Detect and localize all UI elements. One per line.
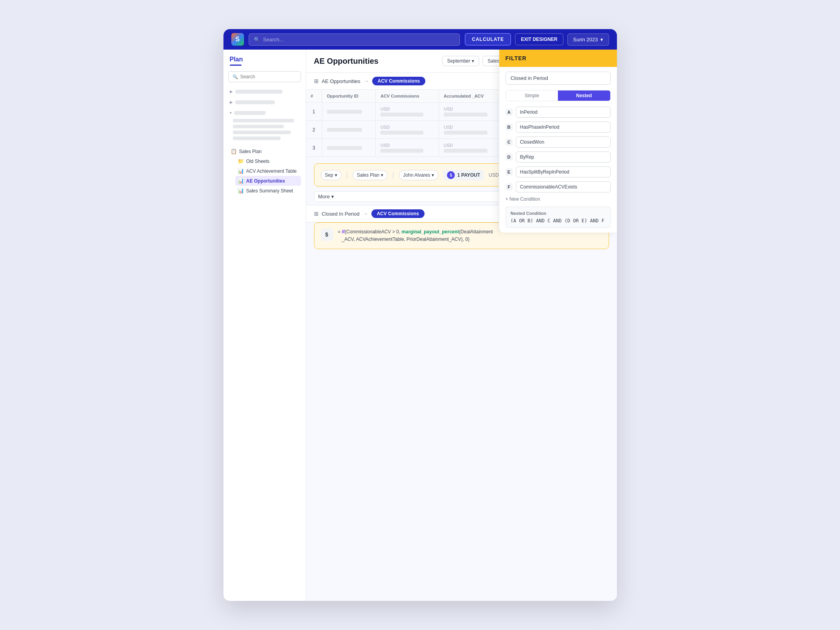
calc-sep-pill[interactable]: Sep ▾: [321, 170, 342, 180]
skeleton-bar-2: [235, 100, 275, 104]
tree-item-ae-opp[interactable]: 📊 AE Opportunities: [235, 176, 301, 186]
cell-acc-1: USD: [439, 103, 504, 121]
payout-badge: 5 1 PAYOUT: [443, 170, 484, 181]
sidebar-skeleton-item-1[interactable]: ▶: [228, 88, 301, 95]
chevron-down-icon: ▾: [600, 37, 603, 42]
search-bar[interactable]: 🔍: [249, 33, 460, 46]
cell-acv-2: USD: [376, 121, 439, 139]
filter-september[interactable]: September ▾: [442, 56, 480, 66]
col-acc-acv: Accumulated _ACV: [439, 90, 504, 103]
condition-row-c: C ClosedWon: [506, 137, 611, 148]
condition-label-e: E: [506, 168, 513, 176]
arrow-icon: →: [364, 78, 369, 84]
table-icon-summary: 📊: [238, 188, 244, 194]
formula-icon: $: [321, 228, 333, 241]
tree-item-old-sheets[interactable]: 📁 Old Sheets: [235, 156, 301, 166]
filter-september-label: September: [447, 58, 471, 64]
sidebar-skeleton-item-2[interactable]: ▶: [228, 98, 301, 106]
tree-item-sales-summary[interactable]: 📊 Sales Summary Sheet: [235, 186, 301, 196]
skeleton-bar-3: [234, 111, 266, 115]
condition-input-f[interactable]: CommissionableACVExists: [516, 181, 611, 192]
tab-acv-comm[interactable]: ACV Commissions: [372, 77, 425, 85]
sidebar: Plan 🔍 ▶ ▶ ▾: [223, 50, 306, 601]
col-num: #: [306, 90, 322, 103]
condition-row-d: D ByRep: [506, 151, 611, 163]
cell-acv-3: USD: [376, 139, 439, 157]
condition-label-f: F: [506, 183, 513, 190]
nested-condition-box: Nested Condition (A OR B) AND C AND (D O…: [506, 207, 611, 228]
chevron-down-icon-3: ▾: [230, 111, 232, 115]
cell-acv-1: USD: [376, 103, 439, 121]
page-title: AE Opportunities: [314, 57, 438, 66]
formula-text: = if(CommissionableACV > 0, marginal_pay…: [338, 228, 493, 243]
sidebar-skeleton-rows: [228, 119, 301, 140]
filter-panel-body: Simple Nested A InPeriod B HasPhaseInPer…: [499, 67, 617, 233]
chevron-right-icon-2: ▶: [230, 100, 233, 104]
cell-acc-3: USD: [439, 139, 504, 157]
tree-label-old-sheets: Old Sheets: [246, 159, 270, 164]
sidebar-skeleton-group-3: ▾: [228, 109, 301, 140]
condition-input-a[interactable]: InPeriod: [516, 107, 611, 118]
condition-label-b: B: [506, 124, 513, 131]
calculate-button[interactable]: CALCULATE: [465, 33, 511, 46]
filter-tab-simple[interactable]: Simple: [506, 91, 558, 101]
sidebar-search-input[interactable]: [240, 74, 297, 79]
tree-label-sales-plan: Sales Plan: [239, 149, 262, 154]
main-layout: Plan 🔍 ▶ ▶ ▾: [223, 50, 617, 601]
period-label: Surin 2023: [573, 37, 598, 42]
condition-input-d[interactable]: ByRep: [516, 151, 611, 163]
search-input[interactable]: [263, 37, 455, 42]
tree-label-sales-summary: Sales Summary Sheet: [246, 188, 293, 194]
sidebar-title-underline: [230, 65, 242, 66]
formula-kw: if: [342, 229, 345, 235]
calc-plan-pill[interactable]: Sales Plan ▾: [353, 170, 388, 180]
sidebar-title: Plan: [228, 56, 301, 63]
filter-panel: FILTER Simple Nested A InPeriod B HasPha…: [499, 50, 617, 233]
tab-closed-acv[interactable]: ACV Commissions: [371, 209, 425, 218]
tab-closed-period[interactable]: Closed In Period: [322, 211, 360, 217]
filter-tab-nested[interactable]: Nested: [558, 91, 610, 101]
app-logo: S: [231, 33, 244, 46]
folder-icon: 📋: [231, 148, 237, 154]
sidebar-skeleton-group-2: ▶: [228, 98, 301, 106]
sidebar-search-box[interactable]: 🔍: [228, 71, 301, 82]
table-icon-ae: 📊: [238, 178, 244, 184]
nav-actions: CALCULATE EXIT DESIGNER Surin 2023 ▾: [465, 33, 609, 46]
arrow-icon-closed: →: [363, 211, 368, 217]
folder-icon-old: 📁: [238, 158, 244, 164]
exit-designer-button[interactable]: EXIT DESIGNER: [515, 33, 563, 45]
top-nav: S 🔍 CALCULATE EXIT DESIGNER Surin 2023 ▾: [223, 29, 617, 50]
nested-condition-label: Nested Condition: [511, 211, 606, 216]
filter-panel-title: FILTER: [499, 50, 617, 67]
tree-item-sales-plan[interactable]: 📋 Sales Plan: [228, 146, 301, 156]
calc-rep-pill[interactable]: John Alvares ▾: [399, 170, 439, 180]
condition-label-a: A: [506, 109, 513, 116]
condition-input-b[interactable]: HasPhaseInPeriod: [516, 122, 611, 133]
condition-input-c[interactable]: ClosedWon: [516, 137, 611, 148]
tree-label-acv-table: ACV Achievement Table: [246, 168, 297, 174]
col-acv-comm: ACV Commissions: [376, 90, 439, 103]
chevron-down-icon-plan2: ▾: [381, 172, 383, 178]
tree-sub-sales-plan: 📁 Old Sheets 📊 ACV Achievement Table 📊 A…: [235, 156, 301, 196]
chevron-down-icon-calc: ▾: [335, 172, 337, 178]
calc-plan-label: Sales Plan: [357, 172, 379, 178]
condition-row-e: E HasSplitByRepInPeriod: [506, 166, 611, 177]
tab-ae-opp[interactable]: AE Opportunities: [322, 78, 360, 84]
tree-item-acv-table[interactable]: 📊 ACV Achievement Table: [235, 166, 301, 176]
chevron-down-icon-more: ▾: [331, 194, 334, 200]
skeleton-row-1: [233, 119, 294, 122]
sidebar-tree: 📋 Sales Plan 📁 Old Sheets 📊 ACV Achievem…: [228, 146, 301, 196]
more-label: More: [318, 194, 330, 200]
sidebar-skeleton-item-3[interactable]: ▾: [228, 109, 301, 116]
chevron-right-icon: ▶: [230, 89, 233, 94]
condition-input-e[interactable]: HasSplitByRepInPeriod: [516, 166, 611, 177]
table-icon: ⊞: [314, 78, 319, 84]
cell-acc-2: USD: [439, 121, 504, 139]
period-selector[interactable]: Surin 2023 ▾: [567, 33, 609, 46]
filter-name-input[interactable]: [506, 72, 611, 85]
new-condition-button[interactable]: + New Condition: [506, 196, 611, 202]
cell-opp-id-3: [322, 139, 376, 157]
chevron-down-icon-rep2: ▾: [432, 172, 434, 178]
condition-row-b: B HasPhaseInPeriod: [506, 122, 611, 133]
chevron-down-icon-sep: ▾: [472, 58, 474, 64]
